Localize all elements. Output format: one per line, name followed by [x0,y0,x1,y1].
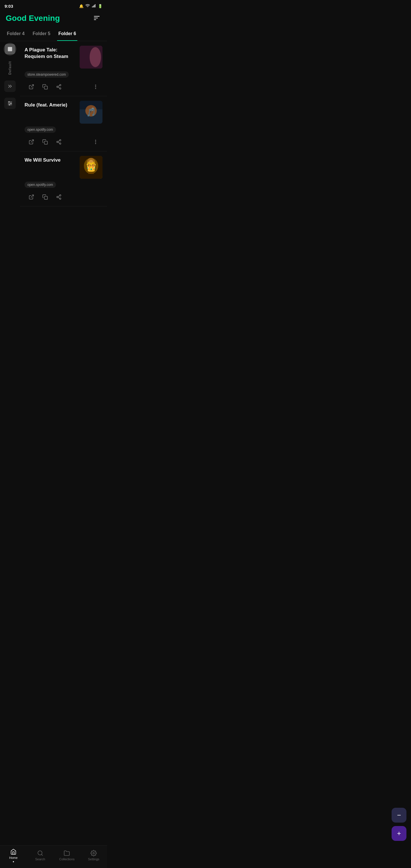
svg-line-48 [31,195,33,197]
bookmark-actions [25,135,102,151]
wifi-icon [85,3,90,9]
nav-item-search[interactable]: Search [30,850,50,861]
sidebar: Default [0,37,20,845]
filter-button[interactable] [92,13,101,24]
svg-rect-17 [80,46,102,68]
svg-point-26 [95,86,96,87]
open-button[interactable] [25,192,38,202]
svg-rect-14 [80,46,102,68]
svg-point-40 [95,141,96,142]
share-button[interactable] [52,192,66,202]
nav-item-home[interactable]: Home [3,848,23,862]
svg-rect-1 [93,6,94,7]
sidebar-filter-button[interactable] [4,98,16,109]
svg-point-27 [95,88,96,89]
search-icon [37,850,43,856]
svg-line-24 [58,85,60,86]
share-button[interactable] [52,82,66,92]
svg-point-57 [93,852,94,854]
status-bar: 9:03 🔔 🔋 [0,0,107,11]
bookmark-thumbnail [80,156,102,179]
status-icons: 🔔 🔋 [79,3,102,9]
nav-label-search: Search [35,858,45,861]
bookmark-domain: open.spotify.com [25,182,56,188]
avatar[interactable] [4,43,16,55]
sidebar-label: Default [8,61,12,75]
svg-point-30 [85,105,97,117]
home-icon [10,848,17,855]
nav-label-home: Home [9,856,18,860]
bookmark-actions [25,81,102,96]
page-title: Good Evening [6,13,60,23]
settings-icon [91,850,97,856]
more-button[interactable] [89,137,102,147]
bookmark-title: Rule (feat. Amerie) [25,101,76,108]
svg-line-37 [58,142,60,143]
bookmark-item: Rule (feat. Amerie) 🎤 open.spotify.com [20,96,107,151]
svg-rect-33 [44,141,48,145]
header: Good Evening [0,11,107,29]
copy-button[interactable] [38,137,52,147]
svg-text:🎤: 🎤 [88,107,95,114]
svg-point-13 [9,104,10,105]
svg-line-23 [58,87,60,88]
share-button[interactable] [52,137,66,147]
svg-line-32 [31,140,33,143]
avatar-inner [5,44,15,54]
svg-rect-46 [88,172,94,174]
sidebar-icon-button[interactable] [4,81,16,92]
nav-active-indicator [13,861,14,862]
sidebar-avatar-row [4,43,16,55]
svg-rect-0 [92,6,92,7]
bookmark-top: A Plague Tale: Requiem on Steam [25,46,102,68]
svg-rect-2 [94,5,94,7]
nav-item-collections[interactable]: Collections [57,850,77,861]
bookmark-title: We Will Survive [25,156,76,164]
bookmark-domain: store.steampowered.com [25,71,69,78]
open-button[interactable] [25,82,38,92]
svg-line-18 [31,85,33,87]
collections-icon [64,850,70,856]
svg-point-45 [89,160,93,164]
bookmark-item: A Plague Tale: Requiem on Steam store.st… [20,41,107,96]
bookmark-actions [25,191,102,206]
bookmark-title: A Plague Tale: Requiem on Steam [25,46,76,60]
svg-point-41 [95,143,96,144]
bookmark-domain: open.spotify.com [25,126,56,133]
svg-point-16 [92,48,97,55]
svg-rect-49 [44,196,48,199]
content-area: A Plague Tale: Requiem on Steam store.st… [20,41,107,235]
svg-point-15 [89,48,100,65]
svg-point-39 [95,140,96,141]
more-button[interactable] [89,82,102,92]
bottom-nav: Home Search Collections Settings [0,845,107,868]
svg-line-56 [41,854,42,856]
nav-label-collections: Collections [59,858,74,861]
battery-icon: 🔋 [98,4,102,8]
svg-point-12 [10,103,11,104]
sidebar-label-row: Default [8,61,12,75]
copy-button[interactable] [38,82,52,92]
bookmark-top: Rule (feat. Amerie) 🎤 [25,101,102,124]
svg-point-44 [87,158,95,168]
signal-icon [92,3,96,9]
open-button[interactable] [25,137,38,147]
svg-line-38 [58,141,60,141]
tab-folder6[interactable]: Folder 6 [57,29,77,41]
nav-item-settings[interactable]: Settings [84,850,104,861]
svg-point-25 [95,85,96,86]
bookmark-thumbnail: 🎤 [80,101,102,124]
bookmark-top: We Will Survive [25,156,102,179]
bookmark-thumbnail [80,46,102,68]
copy-button[interactable] [38,192,52,202]
svg-line-53 [58,197,60,198]
svg-rect-3 [95,4,95,7]
svg-rect-19 [44,86,48,89]
svg-rect-29 [80,110,102,124]
tab-folder5[interactable]: Folder 5 [31,29,51,41]
nav-label-settings: Settings [88,858,99,861]
svg-line-54 [58,195,60,196]
svg-rect-7 [8,47,12,52]
svg-point-11 [8,101,9,102]
status-time: 9:03 [5,4,13,8]
